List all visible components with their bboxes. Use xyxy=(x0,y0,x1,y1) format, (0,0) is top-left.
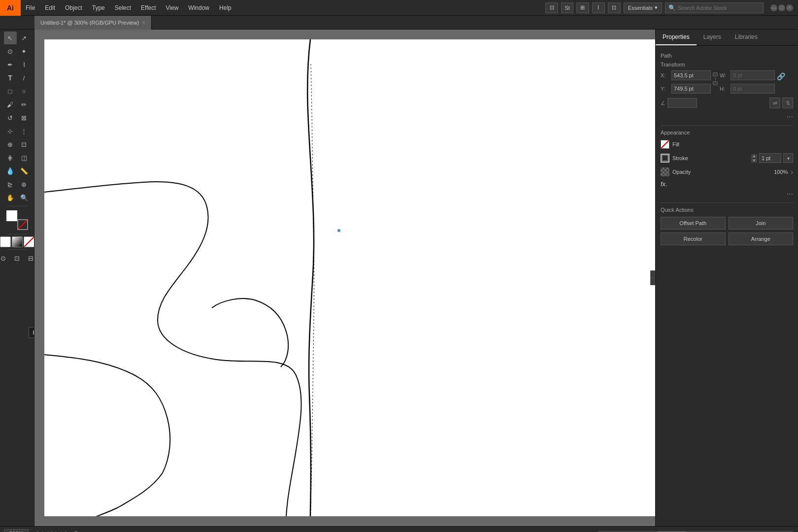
minimize-btn[interactable]: — xyxy=(770,4,777,11)
document-tab[interactable]: Untitled-1* @ 300% (RGB/GPU Preview) × xyxy=(34,16,152,30)
h-input[interactable] xyxy=(731,84,775,94)
tab-layers[interactable]: Layers xyxy=(697,30,728,45)
ai-logo: Ai xyxy=(0,0,21,16)
fill-stroke-indicator[interactable] xyxy=(6,210,28,230)
layout-icon-btn[interactable]: ⊞ xyxy=(576,2,589,13)
fill-row[interactable]: Fill xyxy=(661,138,793,150)
flip-vert-btn[interactable]: ⇅ xyxy=(782,98,793,108)
shape-tools: □ ○ xyxy=(4,85,31,98)
join-btn[interactable]: Join xyxy=(729,217,794,230)
stroke-stepper[interactable]: ▲ ▼ xyxy=(751,154,757,163)
menu-select[interactable]: Select xyxy=(110,0,136,15)
gradient-btn[interactable] xyxy=(12,236,23,247)
text-tools: T / xyxy=(4,71,31,84)
rect-tool[interactable]: □ xyxy=(4,85,17,98)
offset-path-btn[interactable]: Offset Path xyxy=(661,217,726,230)
text-tool[interactable]: T xyxy=(4,71,17,84)
arrange-btn[interactable]: Arrange xyxy=(729,233,794,245)
fill-swatch[interactable] xyxy=(661,140,669,149)
vector-icon-btn[interactable]: ⌇ xyxy=(592,2,605,13)
stroke-swatch[interactable] xyxy=(661,154,669,163)
magic-wand-tool[interactable]: ✦ xyxy=(18,45,31,58)
menu-view[interactable]: View xyxy=(161,0,184,15)
opacity-swatch[interactable] xyxy=(661,167,669,176)
stock-search-input[interactable] xyxy=(678,5,760,11)
menu-window[interactable]: Window xyxy=(183,0,214,15)
workspace-selector[interactable]: Essentials ▾ xyxy=(624,2,662,13)
lock-proportions[interactable]: 🔗 xyxy=(777,72,785,80)
rotate-tool[interactable]: ↺ xyxy=(4,111,17,124)
reflect-tool[interactable]: ⊙ xyxy=(0,252,10,265)
more-options-1[interactable]: ··· xyxy=(661,112,793,121)
eyedropper-tool[interactable]: 💧 Eyedropper Tool (I) xyxy=(4,165,17,177)
prev-page-btn[interactable]: ◀ xyxy=(44,530,48,532)
maximize-btn[interactable]: □ xyxy=(778,4,785,11)
blend-tool[interactable]: ⊵ xyxy=(4,178,17,191)
panel-collapse-btn[interactable]: ‹ xyxy=(650,270,655,285)
menu-object[interactable]: Object xyxy=(60,0,87,15)
next-page-btn[interactable]: ▶ xyxy=(55,530,59,532)
canvas-area[interactable]: ‹ xyxy=(34,30,655,526)
artboard-tool[interactable]: ⊡ xyxy=(11,252,24,265)
scale-tool[interactable]: ⊠ xyxy=(18,111,31,124)
gradient-tool[interactable]: ◫ xyxy=(18,151,31,164)
doc-tab-title: Untitled-1* @ 300% (RGB/GPU Preview) xyxy=(40,20,139,26)
width-tool[interactable]: ⋮ xyxy=(18,125,31,137)
opacity-expand-btn[interactable]: › xyxy=(791,168,793,176)
stroke-up-btn[interactable]: ▲ xyxy=(751,154,757,158)
add-anchor-tool[interactable]: ⌇ xyxy=(18,58,31,71)
color-btn[interactable] xyxy=(0,236,11,247)
stock-search-box[interactable]: 🔍 xyxy=(665,2,764,13)
menu-type[interactable]: Type xyxy=(87,0,110,15)
first-page-btn[interactable]: |◀ xyxy=(37,530,42,532)
placeholder-icon-btn[interactable]: ⊡ xyxy=(545,2,558,13)
stock-icon-btn[interactable]: St xyxy=(561,2,573,13)
menu-file[interactable]: File xyxy=(21,0,40,15)
warp-tool[interactable]: ⊹ xyxy=(4,125,17,137)
none-btn[interactable] xyxy=(24,236,34,247)
menu-edit[interactable]: Edit xyxy=(40,0,60,15)
pencil-tool[interactable]: ✏ xyxy=(18,98,31,111)
close-btn[interactable]: × xyxy=(786,4,793,11)
mesh-tool[interactable]: ⋕ xyxy=(4,151,17,164)
stroke-down-btn[interactable]: ▼ xyxy=(751,159,757,163)
x-input[interactable] xyxy=(671,70,711,80)
last-page-btn[interactable]: ▶| xyxy=(61,530,66,532)
ellipse-tool[interactable]: ○ xyxy=(18,85,31,98)
gpu-icon-btn[interactable]: ⊡ xyxy=(608,2,621,13)
slice-tool[interactable]: ⊟ xyxy=(25,252,35,265)
tab-libraries[interactable]: Libraries xyxy=(728,30,765,45)
paintbrush-tool[interactable]: 🖌 xyxy=(4,98,17,111)
select-tool[interactable]: ↖ xyxy=(4,32,17,44)
line-tool[interactable]: / xyxy=(18,71,31,84)
more-options-2[interactable]: ··· xyxy=(661,190,793,199)
w-input[interactable] xyxy=(731,70,775,80)
tab-bar: Untitled-1* @ 300% (RGB/GPU Preview) × xyxy=(0,16,798,30)
hand-tool[interactable]: ✋ xyxy=(4,191,17,204)
tab-properties[interactable]: Properties xyxy=(656,30,697,45)
measure-tool[interactable]: 📏 xyxy=(18,165,31,177)
transform-w-row: W: xyxy=(720,70,775,80)
panel-content: Path Transform X: Y: xyxy=(656,46,798,526)
stroke-row[interactable]: Stroke ▲ ▼ ▾ xyxy=(661,152,793,164)
menu-help[interactable]: Help xyxy=(214,0,236,15)
menu-bar: Ai File Edit Object Type Select Effect V… xyxy=(0,0,798,16)
symbol-tool[interactable]: ⊛ xyxy=(18,178,31,191)
shape-builder-tool[interactable]: ⊕ xyxy=(4,138,17,151)
zoom-value[interactable]: 300% xyxy=(4,529,29,532)
doc-tab-close[interactable]: × xyxy=(142,19,145,26)
menu-effect[interactable]: Effect xyxy=(136,0,161,15)
lasso-tool[interactable]: ⊙ xyxy=(4,45,17,58)
perspective-tool[interactable]: ⊡ xyxy=(18,138,31,151)
zoom-tool[interactable]: 🔍 xyxy=(18,191,31,204)
direct-select-tool[interactable]: ↗ xyxy=(18,32,31,44)
flip-horiz-btn[interactable]: ⇌ xyxy=(769,98,780,108)
angle-input[interactable] xyxy=(667,98,697,108)
recolor-btn[interactable]: Recolor xyxy=(661,233,726,245)
select-tools: ↖ ↗ xyxy=(4,32,31,44)
y-input[interactable] xyxy=(671,84,711,94)
shape-builder-tools: ⊕ ⊡ xyxy=(4,138,31,151)
pen-tool[interactable]: ✒ xyxy=(4,58,17,71)
stroke-value-input[interactable] xyxy=(759,153,781,163)
stroke-dropdown-btn[interactable]: ▾ xyxy=(783,153,793,163)
